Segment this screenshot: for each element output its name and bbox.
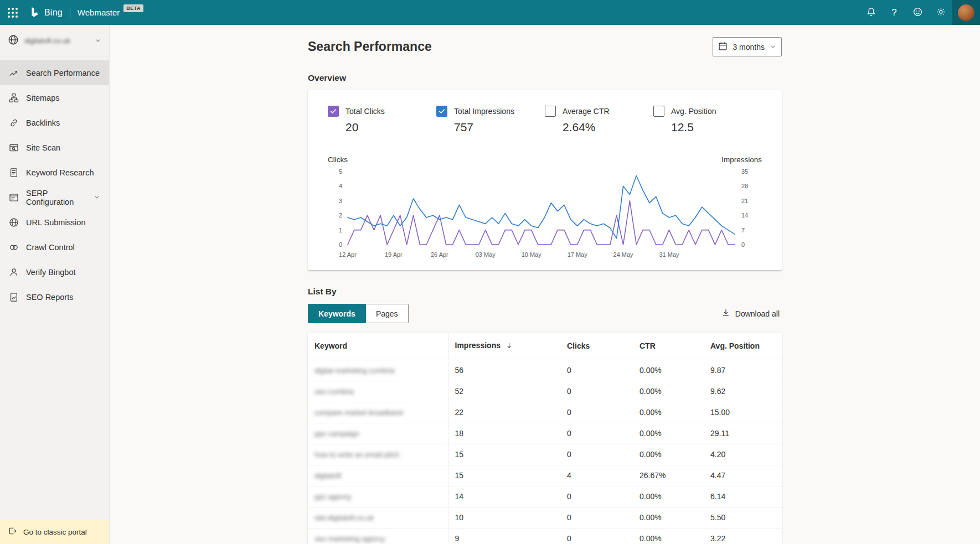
ctr-cell: 0.00%	[633, 423, 704, 444]
table-row[interactable]: compare market broadband2200.00%15.00	[308, 402, 782, 423]
table-row[interactable]: seo marketing agency900.00%3.22	[308, 528, 782, 544]
keyword-cell[interactable]: ppc campaign	[308, 423, 448, 444]
keyword-text: digitaloft	[314, 472, 341, 480]
topbar-divider	[70, 8, 70, 18]
keyword-cell[interactable]: how to write an email pitch	[308, 444, 448, 465]
right-axis-title: Impressions	[721, 156, 762, 164]
site-scan-icon	[9, 143, 19, 153]
svg-text:17 May: 17 May	[568, 251, 588, 258]
feedback-button[interactable]	[906, 0, 929, 25]
ctr-cell: 26.67%	[633, 465, 704, 486]
classic-portal-link[interactable]: Go to classic portal	[0, 520, 109, 544]
tab-pages[interactable]: Pages	[366, 304, 409, 323]
column-header-avg-position[interactable]: Avg. Position	[704, 333, 782, 360]
sidebar-item-label: Verify Bingbot	[26, 268, 100, 277]
keyword-text: ppc campaign	[314, 429, 359, 438]
browser-icon	[9, 193, 19, 203]
tab-keywords[interactable]: Keywords	[308, 304, 366, 323]
ctr-cell: 0.00%	[633, 486, 704, 507]
column-header-ctr[interactable]: CTR	[633, 333, 704, 360]
table-row[interactable]: how to write an email pitch1500.00%4.20	[308, 444, 782, 465]
exit-icon	[8, 526, 17, 537]
sidebar-item-label: SEO Reports	[26, 293, 100, 302]
metric-toggles: Total Clicks20Total Impressions757Averag…	[328, 106, 762, 133]
bing-logo-icon	[29, 7, 40, 18]
overview-heading: Overview	[308, 73, 782, 83]
globe-icon	[9, 217, 19, 227]
account-button[interactable]	[952, 0, 980, 25]
app-launcher-button[interactable]	[0, 0, 25, 25]
svg-text:31 May: 31 May	[659, 251, 679, 258]
site-name: digitaloft.co.uk	[24, 37, 89, 45]
impressions-cell: 52	[448, 381, 560, 402]
keyword-cell[interactable]: ppc agency	[308, 486, 448, 507]
table-row[interactable]: ppc agency1400.00%6.14	[308, 486, 782, 507]
svg-text:2: 2	[339, 212, 342, 219]
keyword-cell[interactable]: digital marketing cumbria	[308, 360, 448, 381]
svg-text:12 Apr: 12 Apr	[339, 251, 357, 258]
sidebar-item-crawl-control[interactable]: Crawl Control	[0, 235, 109, 260]
checkbox-total-clicks[interactable]	[328, 106, 339, 117]
svg-text:24 May: 24 May	[613, 251, 634, 258]
listby-tabs: KeywordsPages	[308, 304, 409, 323]
checkbox-avg-position[interactable]	[653, 106, 664, 117]
keyword-cell[interactable]: compare market broadband	[308, 402, 448, 423]
sidebar-item-backlinks[interactable]: Backlinks	[0, 110, 109, 135]
notifications-button[interactable]	[859, 0, 883, 25]
keyword-cell[interactable]: seo marketing agency	[308, 528, 448, 544]
avg-position-cell: 4.20	[704, 444, 782, 465]
keyword-cell[interactable]: site:digitaloft.co.uk	[308, 507, 448, 528]
help-button[interactable]: ?	[883, 0, 906, 25]
checkbox-average-ctr[interactable]	[545, 106, 556, 117]
column-label: Clicks	[567, 341, 590, 350]
sidebar-item-serp-configuration[interactable]: SERP Configuration	[0, 185, 109, 210]
clicks-cell: 0	[560, 507, 633, 528]
sidebar-item-sitemaps[interactable]: Sitemaps	[0, 85, 109, 110]
avg-position-cell: 3.22	[704, 528, 782, 544]
metric-total-clicks[interactable]: Total Clicks20	[328, 106, 436, 133]
keyword-text: compare market broadband	[314, 408, 403, 417]
download-all-button[interactable]: Download all	[719, 305, 782, 322]
sort-descending-icon	[506, 342, 513, 351]
metric-avg-position[interactable]: Avg. Position12.5	[653, 106, 762, 133]
sidebar-item-seo-reports[interactable]: SEO Reports	[0, 284, 109, 309]
keyword-cell[interactable]: digitaloft	[308, 465, 448, 486]
left-axis-title: Clicks	[328, 156, 348, 164]
svg-text:1: 1	[339, 227, 342, 234]
impressions-cell: 10	[448, 507, 560, 528]
metric-total-impressions[interactable]: Total Impressions757	[436, 106, 545, 133]
column-header-impressions[interactable]: Impressions	[448, 333, 560, 360]
date-range-dropdown[interactable]: 3 months	[713, 37, 782, 56]
gear-icon	[936, 7, 946, 19]
metric-value: 2.64%	[563, 121, 653, 133]
bell-icon	[866, 7, 876, 19]
sidebar-item-label: Crawl Control	[26, 243, 100, 252]
checkbox-total-impressions[interactable]	[436, 106, 447, 117]
table-row[interactable]: digitaloft15426.67%4.47	[308, 465, 782, 486]
metric-label: Average CTR	[563, 107, 653, 116]
sidebar-item-search-performance[interactable]: Search Performance	[0, 60, 109, 85]
sidebar-item-url-submission[interactable]: URL Submission	[0, 210, 109, 235]
site-selector[interactable]: digitaloft.co.uk	[0, 25, 109, 57]
column-header-keyword[interactable]: Keyword	[308, 333, 448, 360]
impressions-cell: 56	[448, 360, 560, 381]
table-row[interactable]: seo cumbria5200.00%9.62	[308, 381, 782, 402]
metric-label: Total Impressions	[454, 107, 545, 116]
report-icon	[9, 292, 19, 302]
sidebar-item-site-scan[interactable]: Site Scan	[0, 135, 109, 160]
table-row[interactable]: site:digitaloft.co.uk1000.00%5.50	[308, 507, 782, 528]
sitemap-icon	[9, 93, 19, 103]
avg-position-cell: 29.11	[704, 423, 782, 444]
table-row[interactable]: ppc campaign1800.00%29.11	[308, 423, 782, 444]
impressions-cell: 9	[448, 528, 560, 544]
svg-text:3: 3	[339, 198, 342, 204]
sidebar-item-keyword-research[interactable]: Keyword Research	[0, 160, 109, 185]
settings-button[interactable]	[929, 0, 952, 25]
sidebar-item-verify-bingbot[interactable]: Verify Bingbot	[0, 260, 109, 284]
column-header-clicks[interactable]: Clicks	[560, 333, 633, 360]
table-row[interactable]: digital marketing cumbria5600.00%9.87	[308, 360, 782, 381]
chevron-down-icon	[95, 36, 101, 46]
metric-average-ctr[interactable]: Average CTR2.64%	[545, 106, 653, 133]
avg-position-cell: 6.14	[704, 486, 782, 507]
keyword-cell[interactable]: seo cumbria	[308, 381, 448, 402]
